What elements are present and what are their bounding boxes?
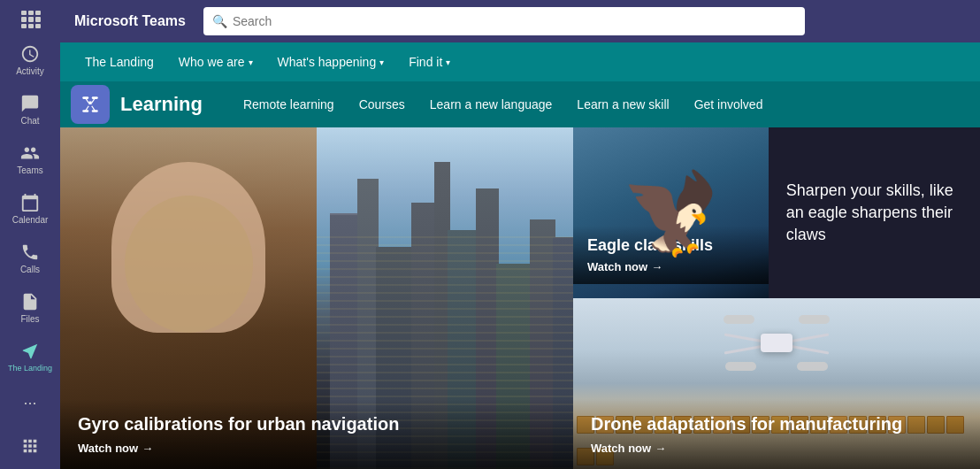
arrow-right-icon: → [142, 442, 153, 455]
gyro-watch-button[interactable]: Watch now → [78, 442, 555, 455]
eagle-watch-button[interactable]: Watch now → [587, 260, 754, 273]
chevron-down-icon: ▾ [249, 58, 253, 67]
nav-whats-happening[interactable]: What's happening ▾ [267, 42, 395, 81]
eagle-image: Eagle claw skills Watch now → [573, 127, 769, 298]
sidebar-item-landing[interactable]: The Landing [0, 333, 60, 381]
chat-label: Chat [20, 116, 39, 126]
learning-title: Learning [120, 93, 203, 116]
sidebar-item-teams[interactable]: Teams [0, 135, 60, 184]
learning-nav-involved[interactable]: Get involved [682, 81, 776, 127]
calendar-label: Calendar [12, 215, 49, 225]
top-navbar: The Landing Who we are ▾ What's happenin… [60, 42, 980, 81]
learning-nav-remote[interactable]: Remote learning [231, 81, 347, 127]
calendar-icon [20, 193, 40, 212]
activity-icon [20, 44, 40, 64]
learning-logo [71, 85, 110, 124]
sidebar-item-activity[interactable]: Activity [0, 35, 60, 85]
gyro-title: Gyro calibrations for urban navigation [78, 413, 555, 434]
nav-the-landing[interactable]: The Landing [74, 42, 165, 81]
sidebar-more[interactable]: ... [23, 381, 36, 418]
files-icon [20, 292, 40, 311]
sidebar-item-files[interactable]: Files [0, 283, 60, 333]
eagle-card[interactable]: Eagle claw skills Watch now → Sharpen yo… [573, 127, 980, 298]
apps-icon [20, 436, 40, 456]
landing-label: The Landing [8, 364, 52, 373]
sidebar-item-chat[interactable]: Chat [0, 85, 60, 135]
calls-icon [20, 242, 40, 262]
main-content: Microsoft Teams 🔍 The Landing Who we are… [60, 0, 980, 469]
arrow-right-icon: → [655, 442, 666, 455]
landing-icon [20, 342, 40, 361]
drone-logo-icon [78, 92, 103, 117]
teams-icon [20, 143, 40, 163]
apps-grid-icon[interactable] [21, 11, 39, 28]
learning-nav-skill[interactable]: Learn a new skill [564, 81, 681, 127]
eagle-text-panel: Sharpen your skills, like an eagle sharp… [769, 127, 980, 298]
gyro-card-overlay: Gyro calibrations for urban navigation W… [60, 399, 573, 469]
chevron-down-icon: ▾ [379, 58, 384, 67]
learning-nav: Remote learning Courses Learn a new lang… [231, 81, 776, 127]
topbar: Microsoft Teams 🔍 [60, 0, 980, 42]
drone-title: Drone adaptations for manufacturing [591, 413, 962, 434]
calls-label: Calls [20, 265, 40, 274]
search-bar[interactable]: 🔍 [203, 7, 805, 35]
content-grid: Gyro calibrations for urban navigation W… [60, 127, 980, 469]
sidebar-item-calls[interactable]: Calls [0, 234, 60, 283]
card-main-left[interactable]: Gyro calibrations for urban navigation W… [60, 127, 573, 469]
learning-bar: Learning Remote learning Courses Learn a… [60, 81, 980, 127]
app-title: Microsoft Teams [74, 13, 186, 29]
chat-icon [20, 94, 40, 113]
sidebar-apps-button[interactable] [0, 427, 60, 469]
sidebar-item-calendar[interactable]: Calendar [0, 184, 60, 234]
nav-who-we-are[interactable]: Who we are ▾ [168, 42, 264, 81]
chevron-down-icon: ▾ [446, 58, 450, 67]
teams-label: Teams [17, 165, 42, 175]
activity-label: Activity [16, 66, 44, 76]
eagle-description: Sharpen your skills, like an eagle sharp… [786, 180, 962, 247]
drone-watch-button[interactable]: Watch now → [591, 442, 962, 455]
svg-rect-0 [88, 102, 92, 105]
nav-find-it[interactable]: Find it ▾ [398, 42, 461, 81]
drone-card[interactable]: Drone adaptations for manufacturing Watc… [573, 298, 980, 469]
eagle-overlay: Eagle claw skills Watch now → [573, 226, 769, 284]
files-label: Files [20, 314, 39, 324]
sidebar: Activity Chat Teams Calendar Calls Files [0, 0, 60, 469]
eagle-title: Eagle claw skills [587, 236, 754, 255]
arrow-right-icon: → [651, 260, 662, 273]
search-input[interactable] [233, 14, 796, 28]
learning-nav-courses[interactable]: Courses [347, 81, 417, 127]
drone-card-overlay: Drone adaptations for manufacturing Watc… [573, 399, 980, 469]
learning-nav-language[interactable]: Learn a new language [417, 81, 565, 127]
search-icon: 🔍 [212, 14, 227, 28]
